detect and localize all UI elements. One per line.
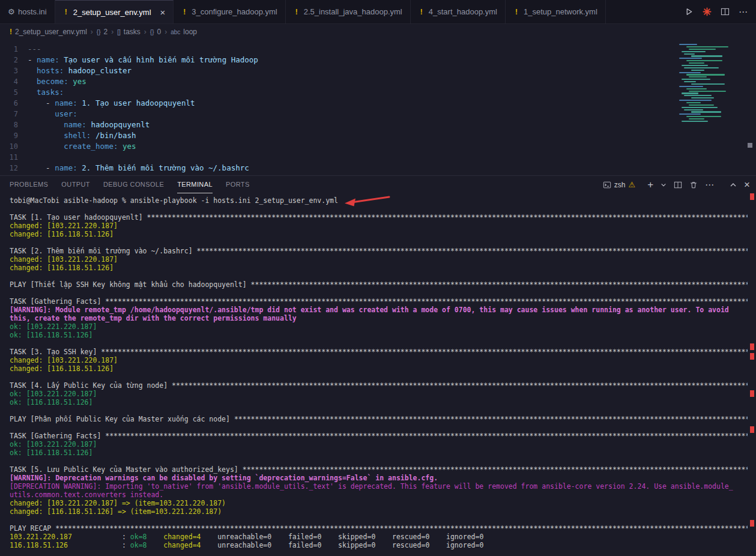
code-line-10: 10 create_home: yes — [0, 141, 756, 152]
terminal-line: changed: [116.118.51.126] — [10, 364, 748, 373]
terminal-line: [WARNING]: Module remote_tmp /home/hadoo… — [10, 306, 748, 314]
minimap-line — [682, 92, 698, 94]
code-text: name: hadoopquyenlt — [28, 119, 150, 130]
minimap-line — [689, 118, 704, 119]
code-editor[interactable]: 1---2- name: Tạo user và cấu hình biến m… — [0, 40, 756, 175]
minimap-line — [682, 121, 708, 122]
breadcrumb-item-loop[interactable]: abcloop — [171, 28, 197, 36]
code-line-2: 2- name: Tạo user và cấu hình biến môi t… — [0, 55, 756, 65]
minimap-line — [682, 51, 706, 52]
launch-profile-chevron-icon[interactable] — [661, 182, 667, 188]
breadcrumb-label: 2_setup_user_env.yml — [15, 28, 87, 36]
warning-triangle-icon: ⚠ — [628, 180, 635, 189]
panel-more-actions-icon[interactable]: ⋯ — [705, 180, 714, 190]
more-actions-icon[interactable]: ⋯ — [739, 7, 748, 17]
terminal-line: PLAY [Thiết lập SSH Key không mật khẩu c… — [10, 280, 748, 289]
panel-tab-ports[interactable]: PORTS — [226, 176, 250, 193]
terminal-line: ok: [116.118.51.126] — [10, 331, 748, 339]
terminal-line: changed: [116.118.51.126] => (item=103.2… — [10, 507, 748, 516]
tab-hosts.ini[interactable]: ⚙hosts.ini — [0, 0, 55, 23]
terminal-line: TASK [2. Thêm biến môi trường vào ~/.bas… — [10, 247, 748, 255]
terminal-line: TASK [3. Tạo SSH key] ******************… — [10, 348, 748, 356]
minimap-line — [691, 70, 704, 71]
line-number: 10 — [0, 141, 28, 152]
terminal-line: changed: [116.118.51.126] — [10, 230, 748, 238]
code-text: create_home: yes — [28, 141, 136, 152]
terminal-line: TASK [4. Lấy Public Key của từng node] *… — [10, 381, 748, 390]
minimap-line — [682, 65, 708, 66]
code-line-12: 12 - name: 2. Thêm biến môi trường vào ~… — [0, 163, 756, 174]
terminal-line — [10, 272, 748, 280]
tab-1_setup_network.yml[interactable]: !1_setup_network.yml — [506, 0, 606, 23]
close-panel-icon[interactable]: × — [744, 180, 750, 190]
tab-label: 1_setup_network.yml — [524, 7, 597, 16]
terminal-line — [10, 516, 748, 524]
scrollbar-red-mark — [750, 353, 754, 360]
line-number: 7 — [0, 109, 28, 119]
symbol-object-icon: {} — [150, 29, 154, 35]
tab-label: 2_setup_user_env.yml — [73, 8, 151, 17]
minimap-line — [689, 76, 707, 77]
ansible-warning-icon: ! — [419, 8, 425, 16]
minimap[interactable] — [679, 44, 746, 122]
editor-overview-decoration — [748, 143, 752, 148]
minimap-line — [686, 74, 725, 75]
terminal-line: ok: [116.118.51.126] — [10, 449, 748, 457]
file-warning-icon: ! — [10, 28, 12, 36]
terminal-line: changed: [116.118.51.126] — [10, 264, 748, 272]
terminal-line — [10, 406, 748, 415]
panel-tab-terminal[interactable]: TERMINAL — [177, 176, 213, 193]
panel-tab-problems[interactable]: PROBLEMS — [10, 176, 48, 193]
kill-terminal-trash-icon[interactable] — [689, 181, 698, 189]
breadcrumb-item-tasks[interactable]: []tasks — [117, 28, 141, 36]
minimap-line — [691, 97, 714, 98]
tab-label: 2.5_install_java_hadoop.yml — [304, 7, 402, 16]
breadcrumb: !2_setup_user_env.yml›{}2›[]tasks›{}0›ab… — [0, 24, 756, 40]
split-editor-icon[interactable] — [721, 7, 730, 16]
minimap-line — [684, 53, 695, 55]
line-number: 11 — [0, 152, 28, 163]
breadcrumb-separator-icon: › — [91, 28, 93, 36]
terminal-line: [DEPRECATION WARNING]: Importing 'to_nat… — [10, 482, 748, 491]
minimap-line — [691, 111, 721, 112]
panel-tab-debug-console[interactable]: DEBUG CONSOLE — [103, 176, 164, 193]
scrollbar-red-mark — [750, 426, 754, 433]
terminal[interactable]: tobi@MacTobi asible-hadoop % ansible-pla… — [0, 193, 756, 556]
code-text: - name: 2. Thêm biến môi trường vào ~/.b… — [28, 163, 249, 174]
terminal-icon — [603, 181, 611, 189]
minimap-line — [684, 95, 712, 96]
breadcrumb-separator-icon: › — [165, 28, 167, 36]
code-text: user: — [28, 109, 77, 119]
tab-label: 3_configure_hadoop.yml — [192, 7, 277, 16]
breadcrumb-item-2_setup_user_env.yml[interactable]: !2_setup_user_env.yml — [10, 28, 87, 36]
terminal-line: TASK [Gathering Facts] *****************… — [10, 297, 748, 306]
panel-tab-output[interactable]: OUTPUT — [61, 176, 90, 193]
line-number: 6 — [0, 98, 28, 109]
minimap-line — [679, 58, 702, 59]
minimap-line — [686, 88, 707, 89]
tab-close-icon[interactable]: × — [160, 8, 166, 17]
breadcrumb-item-0[interactable]: {}0 — [150, 28, 161, 36]
terminal-line: [WARNING]: Deprecation warnings can be d… — [10, 474, 748, 482]
terminal-line — [10, 238, 748, 247]
terminal-profile[interactable]: zsh ⚠ — [603, 180, 635, 189]
breadcrumb-item-2[interactable]: {}2 — [97, 28, 107, 36]
tab-3_configure_hadoop.yml[interactable]: !3_configure_hadoop.yml — [174, 0, 285, 23]
run-button[interactable] — [685, 7, 694, 16]
minimap-line — [679, 113, 701, 115]
ansible-run-icon[interactable] — [703, 7, 712, 16]
maximize-panel-icon[interactable] — [730, 181, 737, 189]
minimap-line — [686, 60, 722, 61]
new-terminal-button[interactable]: + — [647, 180, 653, 190]
line-number: 2 — [0, 55, 28, 65]
tab-2.5_install_java_hadoop.yml[interactable]: !2.5_install_java_hadoop.yml — [286, 0, 411, 23]
code-line-7: 7 user: — [0, 109, 756, 119]
editor-code-area[interactable]: 1---2- name: Tạo user và cấu hình biến m… — [0, 44, 756, 174]
breadcrumb-label: loop — [183, 28, 197, 36]
tab-2_setup_user_env.yml[interactable]: !2_setup_user_env.yml× — [55, 0, 174, 23]
split-terminal-icon[interactable] — [674, 181, 682, 189]
code-text: hosts: hadoop_cluster — [28, 65, 132, 76]
tab-4_start_hadoop.yml[interactable]: !4_start_hadoop.yml — [411, 0, 506, 23]
code-line-4: 4 become: yes — [0, 76, 756, 87]
terminal-line — [10, 457, 748, 465]
